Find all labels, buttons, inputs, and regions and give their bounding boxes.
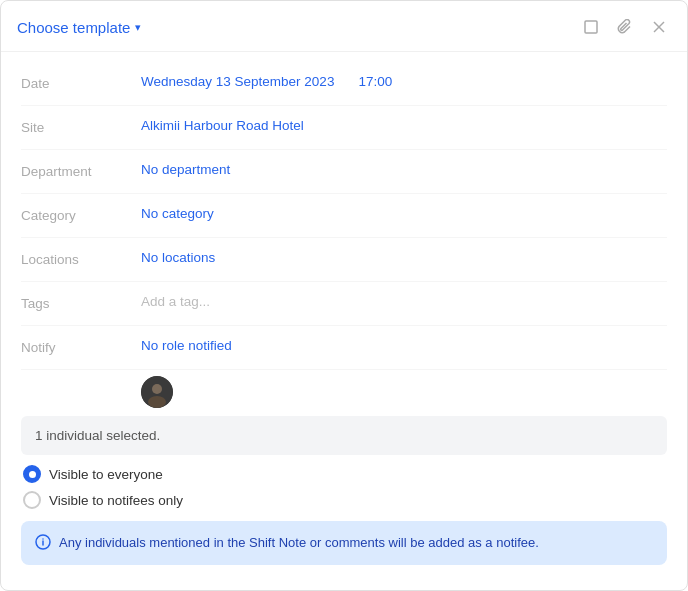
chevron-down-icon: ▾ xyxy=(135,21,141,34)
header-left: Choose template ▾ xyxy=(17,19,141,36)
site-value[interactable]: Alkimii Harbour Road Hotel xyxy=(141,118,667,133)
radio-visible-everyone[interactable]: Visible to everyone xyxy=(23,465,667,483)
date-row: Date Wednesday 13 September 2023 17:00 xyxy=(21,62,667,106)
header: Choose template ▾ xyxy=(1,1,687,52)
square-icon xyxy=(583,19,599,35)
svg-point-4 xyxy=(152,384,162,394)
svg-rect-0 xyxy=(585,21,597,33)
avatar[interactable] xyxy=(141,376,173,408)
svg-point-8 xyxy=(42,538,44,540)
header-icons xyxy=(579,15,671,39)
category-value[interactable]: No category xyxy=(141,206,667,221)
locations-row: Locations No locations xyxy=(21,238,667,282)
svg-point-5 xyxy=(148,396,166,408)
radio-option1-label: Visible to everyone xyxy=(49,467,163,482)
notify-value[interactable]: No role notified xyxy=(141,338,667,353)
close-button[interactable] xyxy=(647,15,671,39)
avatar-row xyxy=(21,370,667,416)
selected-box: 1 individual selected. xyxy=(21,416,667,455)
category-row: Category No category xyxy=(21,194,667,238)
tags-input[interactable]: Add a tag... xyxy=(141,294,667,309)
info-text: Any individuals mentioned in the Shift N… xyxy=(59,533,539,553)
notify-row: Notify No role notified xyxy=(21,326,667,370)
locations-value[interactable]: No locations xyxy=(141,250,667,265)
info-box: Any individuals mentioned in the Shift N… xyxy=(21,521,667,565)
paperclip-button[interactable] xyxy=(613,15,637,39)
notify-label: Notify xyxy=(21,338,141,355)
department-label: Department xyxy=(21,162,141,179)
radio-option2-label: Visible to notifees only xyxy=(49,493,183,508)
close-icon xyxy=(651,19,667,35)
avatar-image xyxy=(141,376,173,408)
radio-checked-icon xyxy=(23,465,41,483)
site-label: Site xyxy=(21,118,141,135)
date-label: Date xyxy=(21,74,141,91)
department-row: Department No department xyxy=(21,150,667,194)
site-row: Site Alkimii Harbour Road Hotel xyxy=(21,106,667,150)
date-value-container: Wednesday 13 September 2023 17:00 xyxy=(141,74,667,89)
paperclip-icon xyxy=(617,19,633,35)
square-icon-button[interactable] xyxy=(579,15,603,39)
time-value[interactable]: 17:00 xyxy=(358,74,392,89)
category-label: Category xyxy=(21,206,141,223)
tags-label: Tags xyxy=(21,294,141,311)
choose-template-button[interactable]: Choose template ▾ xyxy=(17,19,141,36)
locations-label: Locations xyxy=(21,250,141,267)
choose-template-label: Choose template xyxy=(17,19,130,36)
date-value[interactable]: Wednesday 13 September 2023 xyxy=(141,74,334,89)
department-value[interactable]: No department xyxy=(141,162,667,177)
main-container: Choose template ▾ Date Wednesday 13 Sept… xyxy=(0,0,688,591)
tags-row: Tags Add a tag... xyxy=(21,282,667,326)
radio-visible-notifees[interactable]: Visible to notifees only xyxy=(23,491,667,509)
radio-unchecked-icon xyxy=(23,491,41,509)
info-svg xyxy=(35,534,51,550)
form-body: Date Wednesday 13 September 2023 17:00 S… xyxy=(1,52,687,581)
radio-group: Visible to everyone Visible to notifees … xyxy=(21,465,667,509)
selected-count-text: 1 individual selected. xyxy=(35,428,160,443)
info-circle-icon xyxy=(35,534,51,553)
